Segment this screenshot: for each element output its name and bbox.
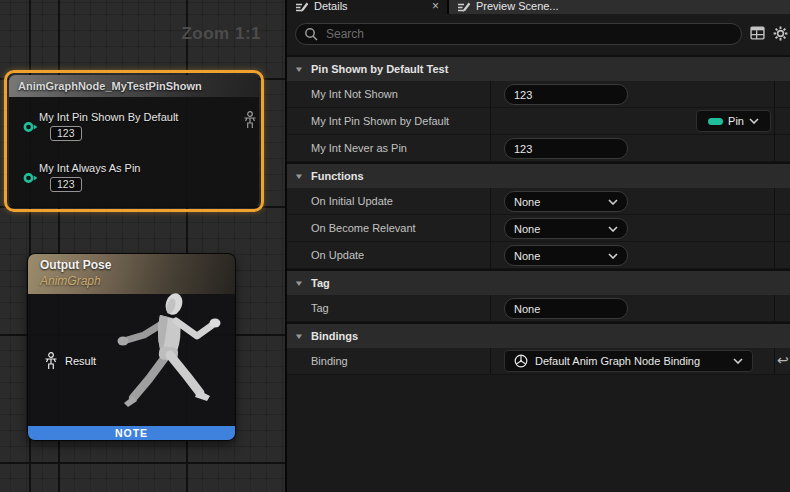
search-icon xyxy=(304,27,318,41)
result-pin-label: Result xyxy=(65,355,96,367)
pin-label: My Int Pin Shown By Default xyxy=(39,111,178,123)
tab-details[interactable]: Details × xyxy=(287,0,447,14)
node-title: Output Pose xyxy=(40,258,111,272)
details-sections: ▼Pin Shown by Default TestMy Int Not Sho… xyxy=(287,55,790,375)
property-label: Tag xyxy=(311,295,329,321)
close-tab-icon[interactable]: × xyxy=(432,1,439,11)
int-pin-icon[interactable] xyxy=(23,172,39,184)
dropdown-on-update[interactable]: None xyxy=(504,245,628,266)
graph-zoom-level: Zoom 1:1 xyxy=(181,24,261,44)
display-options-icon[interactable] xyxy=(750,26,765,40)
property-row-on-become-relevant: On Become RelevantNone xyxy=(287,215,790,242)
property-label: Binding xyxy=(311,348,348,374)
property-row-my-int-not-shown: My Int Not Shown123 xyxy=(287,81,790,108)
value-input-tag[interactable]: None xyxy=(504,298,628,319)
property-row-my-int-pin-shown-by-default: My Int Pin Shown by DefaultPin xyxy=(287,108,790,135)
search-input[interactable] xyxy=(324,26,733,42)
property-label: On Initial Update xyxy=(311,188,393,214)
pin-default-value[interactable]: 123 xyxy=(50,126,82,141)
search-row xyxy=(287,14,790,55)
pose-watch-icon[interactable] xyxy=(243,111,257,129)
dropdown-on-initial-update[interactable]: None xyxy=(504,191,628,212)
property-row-on-update: On UpdateNone xyxy=(287,242,790,269)
node-title[interactable]: AnimGraphNode_MyTestPinShown xyxy=(9,75,259,97)
node-note-bar[interactable]: NOTE xyxy=(28,426,235,440)
anim-graph-node[interactable]: AnimGraphNode_MyTestPinShown My Int Pin … xyxy=(9,75,259,207)
property-label: On Become Relevant xyxy=(311,215,416,241)
settings-gear-icon[interactable] xyxy=(773,26,788,41)
reset-to-default-icon[interactable]: ↩ xyxy=(777,352,789,368)
section-title: Pin Shown by Default Test xyxy=(311,63,448,75)
section-header-pin-shown-by-default-test[interactable]: ▼Pin Shown by Default Test xyxy=(287,55,790,81)
output-pose-node[interactable]: Output Pose AnimGraph xyxy=(27,253,236,441)
result-pose-icon[interactable] xyxy=(44,352,58,370)
unreal-editor-window: Zoom 1:1 AnimGraphNode_MyTestPinShown My… xyxy=(0,0,790,492)
selected-node-outline: AnimGraphNode_MyTestPinShown My Int Pin … xyxy=(4,70,264,212)
pin-default-value[interactable]: 123 xyxy=(50,177,82,192)
chevron-down-icon xyxy=(608,253,618,259)
value-input-my-int-not-shown[interactable]: 123 xyxy=(504,84,628,105)
chevron-down-icon xyxy=(749,118,759,124)
details-tab-icon xyxy=(457,2,470,13)
property-label: My Int Pin Shown by Default xyxy=(311,108,449,134)
section-header-tag[interactable]: ▼Tag xyxy=(287,269,790,295)
details-panel: Details × Preview Scene... xyxy=(285,0,790,492)
search-box[interactable] xyxy=(295,23,742,45)
int-pin-icon[interactable] xyxy=(23,121,39,133)
tab-label: Details xyxy=(314,0,348,12)
collapse-arrow-icon: ▼ xyxy=(283,65,314,74)
tab-preview-scene[interactable]: Preview Scene... xyxy=(449,0,790,14)
tab-label: Preview Scene... xyxy=(476,0,559,12)
node-subtitle: AnimGraph xyxy=(40,274,101,288)
property-row-binding: BindingDefault Anim Graph Node Binding↩ xyxy=(287,348,790,375)
property-label: My Int Never as Pin xyxy=(311,135,407,161)
binding-dropdown[interactable]: Default Anim Graph Node Binding xyxy=(504,350,753,372)
property-label: My Int Not Shown xyxy=(311,81,398,107)
section-header-functions[interactable]: ▼Functions xyxy=(287,162,790,188)
chevron-down-icon xyxy=(608,199,618,205)
chevron-down-icon xyxy=(608,226,618,232)
section-header-bindings[interactable]: ▼Bindings xyxy=(287,322,790,348)
collapse-arrow-icon: ▼ xyxy=(283,332,314,341)
mannequin-figure xyxy=(108,292,233,427)
collapse-arrow-icon: ▼ xyxy=(283,172,314,181)
collapse-arrow-icon: ▼ xyxy=(283,279,314,288)
chevron-down-icon xyxy=(733,358,743,364)
section-title: Bindings xyxy=(311,330,358,342)
binding-class-icon xyxy=(514,354,528,368)
tab-bar: Details × Preview Scene... xyxy=(287,0,790,14)
property-row-my-int-never-as-pin: My Int Never as Pin123 xyxy=(287,135,790,162)
pin-type-pill-icon xyxy=(708,118,723,125)
dropdown-on-become-relevant[interactable]: None xyxy=(504,218,628,239)
property-row-tag: TagNone xyxy=(287,295,790,322)
anim-graph-canvas[interactable]: Zoom 1:1 AnimGraphNode_MyTestPinShown My… xyxy=(0,0,285,492)
section-title: Functions xyxy=(311,170,364,182)
details-tab-icon xyxy=(295,2,308,13)
pin-mode-dropdown[interactable]: Pin xyxy=(696,110,771,132)
value-input-my-int-never-as-pin[interactable]: 123 xyxy=(504,138,628,159)
property-row-on-initial-update: On Initial UpdateNone xyxy=(287,188,790,215)
property-label: On Update xyxy=(311,242,364,268)
pin-label: My Int Always As Pin xyxy=(39,162,140,174)
